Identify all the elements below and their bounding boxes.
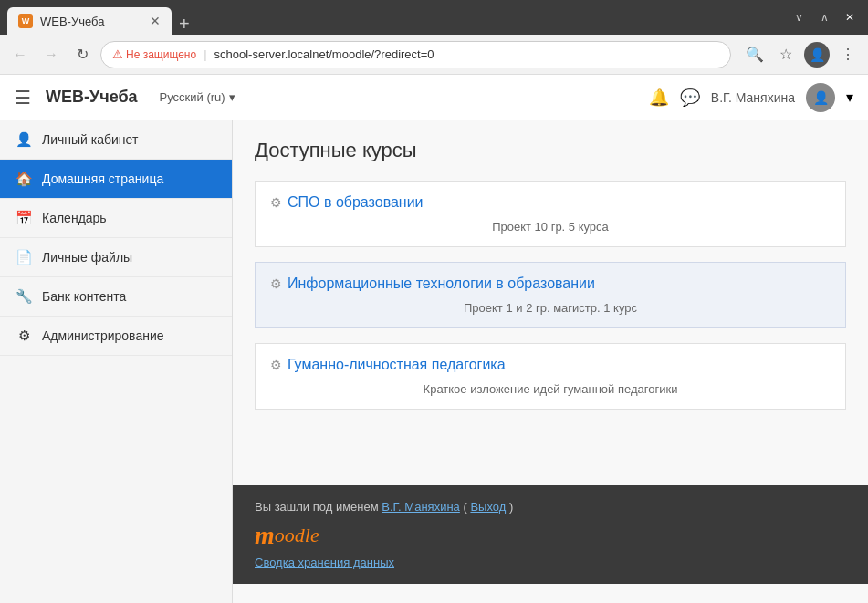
back-button[interactable]: ← [7, 42, 33, 68]
sidebar-item-label: Личный кабинет [42, 132, 138, 147]
footer-logout-suffix: ) [509, 500, 513, 514]
profile-button[interactable]: 👤 [804, 42, 830, 68]
moodle-content: 👤 Личный кабинет 🏠 Домашняя страница 📅 К… [0, 120, 868, 603]
moodle-navbar: ☰ WEB-Учеба Русский (ru) ▾ 🔔 💬 В.Г. Маня… [0, 75, 868, 120]
security-warning: ⚠ Не защищено [112, 47, 196, 61]
url-actions: 🔍 ☆ 👤 ⋮ [742, 42, 861, 68]
bell-icon[interactable]: 🔔 [649, 88, 669, 108]
close-button[interactable]: ✕ [839, 6, 861, 28]
search-button[interactable]: 🔍 [742, 42, 768, 68]
maximize-button[interactable]: ∧ [813, 6, 835, 28]
language-selector[interactable]: Русский (ru) ▾ [160, 90, 235, 104]
course-link-1[interactable]: ⚙ СПО в образовании [270, 194, 831, 211]
bank-icon: 🔧 [15, 288, 33, 305]
course-link-2[interactable]: ⚙ Информационные технологии в образовани… [270, 276, 831, 292]
minimize-button[interactable]: ∨ [788, 6, 810, 28]
browser-tab[interactable]: W WEB-Учеба ✕ [7, 7, 172, 35]
course-gear-icon: ⚙ [270, 195, 282, 210]
page-title: Доступные курсы [255, 139, 846, 162]
security-text: Не защищено [126, 48, 196, 61]
footer-user-link[interactable]: В.Г. Маняхина [382, 500, 460, 514]
main-area: Доступные курсы ⚙ СПО в образовании Прое… [233, 120, 868, 603]
site-name: WEB-Учеба [46, 88, 138, 107]
moodle-logo-m: m [255, 521, 275, 550]
footer-logout-prefix: ( [463, 500, 466, 514]
user-name: В.Г. Маняхина [711, 90, 795, 105]
window-controls: ∨ ∧ ✕ [788, 6, 861, 28]
sidebar: 👤 Личный кабинет 🏠 Домашняя страница 📅 К… [0, 120, 233, 603]
files-icon: 📄 [15, 249, 33, 265]
moodle-logo: m oodle [255, 521, 846, 550]
course-description-2: Проект 1 и 2 гр. магистр. 1 курс [270, 301, 831, 315]
moodle-app: ☰ WEB-Учеба Русский (ru) ▾ 🔔 💬 В.Г. Маня… [0, 75, 868, 603]
footer-text: Вы зашли под именем В.Г. Маняхина ( Выхо… [255, 500, 846, 514]
tab-close-button[interactable]: ✕ [150, 14, 161, 28]
sidebar-item-admin[interactable]: ⚙ Администрирование [0, 317, 232, 356]
sidebar-item-label: Банк контента [42, 289, 126, 304]
calendar-icon: 📅 [15, 210, 33, 226]
new-tab-button[interactable]: + [179, 14, 190, 35]
course-item: ⚙ Гуманно-личностная педагогика Краткое … [255, 343, 846, 410]
course-description-3: Краткое изложение идей гуманной педагоги… [270, 382, 831, 396]
url-separator: | [204, 47, 206, 61]
sidebar-item-label: Администрирование [42, 328, 164, 343]
course-name-1: СПО в образовании [288, 194, 424, 211]
navbar-right: 🔔 💬 В.Г. Маняхина 👤 ▾ [649, 83, 853, 112]
bookmark-button[interactable]: ☆ [773, 42, 799, 68]
address-bar: ← → ↻ ⚠ Не защищено | school-server.loca… [0, 35, 868, 75]
sidebar-item-home[interactable]: 🏠 Домашняя страница [0, 160, 232, 199]
course-gear-icon: ⚙ [270, 276, 282, 291]
avatar[interactable]: 👤 [806, 83, 835, 112]
footer-text-prefix: Вы зашли под именем [255, 500, 382, 514]
home-icon: 🏠 [15, 171, 33, 187]
sidebar-item-label: Календарь [42, 211, 107, 225]
personal-icon: 👤 [15, 131, 33, 148]
footer-storage-link[interactable]: Сводка хранения данных [255, 556, 394, 569]
menu-button[interactable]: ⋮ [835, 42, 861, 68]
hamburger-menu[interactable]: ☰ [15, 87, 31, 109]
sidebar-item-label: Личные файлы [42, 250, 132, 265]
sidebar-item-bank[interactable]: 🔧 Банк контента [0, 277, 232, 317]
sidebar-item-files[interactable]: 📄 Личные файлы [0, 238, 232, 277]
course-link-3[interactable]: ⚙ Гуманно-личностная педагогика [270, 357, 831, 373]
chat-icon[interactable]: 💬 [680, 88, 700, 108]
course-item: ⚙ Информационные технологии в образовани… [255, 262, 846, 328]
footer-logout-link[interactable]: Выход [470, 500, 506, 514]
sidebar-item-label: Домашняя страница [42, 172, 163, 186]
course-name-2: Информационные технологии в образовании [288, 276, 595, 292]
language-dropdown-icon: ▾ [229, 90, 235, 104]
course-gear-icon: ⚙ [270, 358, 282, 372]
url-text: school-server.localnet/moodle/?redirect=… [214, 47, 434, 61]
forward-button[interactable]: → [38, 42, 64, 68]
main-content: Доступные курсы ⚙ СПО в образовании Прое… [233, 120, 868, 485]
security-icon: ⚠ [112, 47, 123, 61]
sidebar-item-personal[interactable]: 👤 Личный кабинет [0, 120, 232, 160]
refresh-button[interactable]: ↻ [69, 42, 95, 68]
moodle-footer: Вы зашли под именем В.Г. Маняхина ( Выхо… [233, 485, 868, 584]
tab-favicon: W [18, 14, 33, 28]
moodle-logo-text: oodle [275, 524, 319, 547]
language-label: Русский (ru) [160, 90, 225, 104]
tab-title: WEB-Учеба [40, 15, 104, 28]
sidebar-item-calendar[interactable]: 📅 Календарь [0, 199, 232, 238]
tab-area: W WEB-Учеба ✕ + [7, 0, 780, 35]
title-bar: W WEB-Учеба ✕ + ∨ ∧ ✕ [0, 0, 868, 35]
course-name-3: Гуманно-личностная педагогика [288, 357, 506, 373]
course-item: ⚙ СПО в образовании Проект 10 гр. 5 курс… [255, 181, 846, 247]
course-description-1: Проект 10 гр. 5 курса [270, 220, 831, 234]
url-bar[interactable]: ⚠ Не защищено | school-server.localnet/m… [100, 41, 731, 68]
admin-icon: ⚙ [15, 327, 33, 344]
browser-window: W WEB-Учеба ✕ + ∨ ∧ ✕ ← → ↻ ⚠ Не защищен… [0, 0, 868, 603]
user-dropdown-icon[interactable]: ▾ [846, 88, 853, 106]
